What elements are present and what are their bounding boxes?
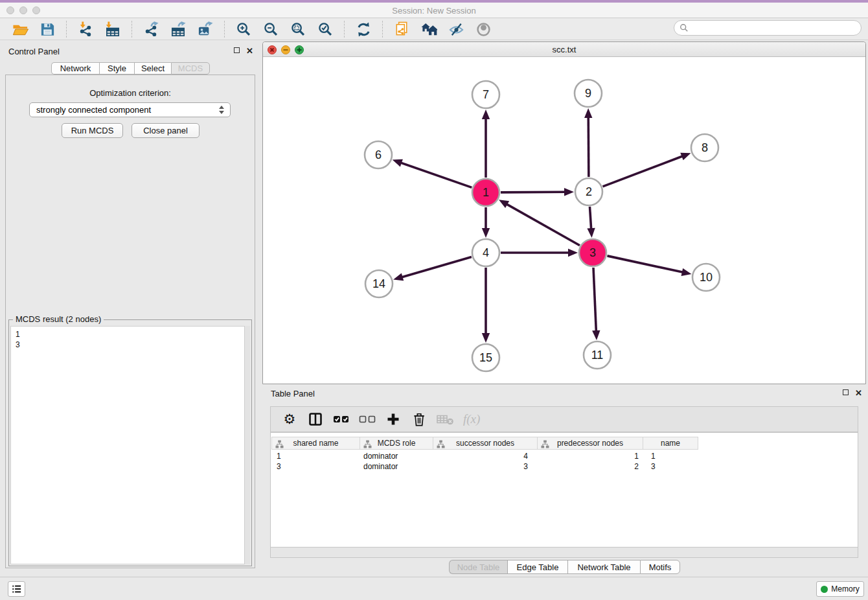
- graph-node-7[interactable]: 7: [472, 81, 499, 108]
- tab-edge-table[interactable]: Edge Table: [507, 560, 567, 574]
- graph-edge-4-3[interactable]: [501, 249, 578, 257]
- table-horizontal-scrollbar[interactable]: [270, 548, 858, 558]
- svg-text:8: 8: [702, 141, 708, 154]
- toolbar-separator: [382, 21, 383, 38]
- zoom-fit-icon[interactable]: [288, 20, 308, 38]
- graph-edge-1-6[interactable]: [393, 159, 472, 188]
- graph-edge-2-9[interactable]: [584, 108, 592, 177]
- graph-edge-1-7[interactable]: [482, 110, 490, 178]
- table-panel-float-icon[interactable]: [843, 389, 849, 395]
- table-toolbar: ⚙f(x): [270, 406, 858, 432]
- task-history-button[interactable]: [8, 581, 25, 597]
- control-panel-close-icon[interactable]: ✕: [246, 47, 253, 54]
- mcds-panel: Optimization criterion: strongly connect…: [5, 75, 255, 568]
- graph-node-2[interactable]: 2: [575, 178, 602, 205]
- import-table-icon[interactable]: [103, 20, 122, 38]
- mcds-result-group: MCDS result (2 nodes) 1 3: [8, 319, 252, 566]
- tab-select[interactable]: Select: [134, 62, 171, 75]
- memory-button[interactable]: Memory: [816, 581, 864, 597]
- graph-node-6[interactable]: 6: [365, 141, 392, 168]
- mcds-result-title: MCDS result (2 nodes): [13, 314, 104, 324]
- tab-network[interactable]: Network: [51, 62, 99, 75]
- hide-panels-icon[interactable]: [446, 20, 466, 38]
- column-header-predecessor-nodes[interactable]: predecessor nodes: [538, 437, 643, 450]
- save-session-icon[interactable]: [38, 20, 57, 38]
- zoom-in-icon[interactable]: [234, 20, 253, 38]
- graph-edge-2-8[interactable]: [603, 153, 691, 187]
- graph-node-8[interactable]: 8: [691, 134, 718, 161]
- graph-edge-3-10[interactable]: [607, 256, 691, 276]
- graph-node-1[interactable]: 1: [472, 179, 499, 206]
- graph-node-11[interactable]: 11: [584, 341, 611, 369]
- table-cell: 1: [538, 451, 643, 461]
- close-panel-button[interactable]: Close panel: [131, 123, 200, 138]
- table-panel-title: Table Panel: [271, 389, 315, 398]
- open-session-icon[interactable]: [10, 20, 30, 38]
- columns-icon[interactable]: [307, 410, 324, 428]
- graph-edge-4-14[interactable]: [393, 257, 472, 281]
- network-graph-canvas[interactable]: 7968124314101511: [263, 57, 865, 384]
- column-header-name[interactable]: name: [643, 437, 698, 450]
- node-table-rows: 1dominator4113dominator323: [271, 451, 698, 472]
- column-header-shared-name[interactable]: shared name: [271, 437, 360, 450]
- table-row[interactable]: 1dominator411: [271, 451, 698, 461]
- control-panel-float-icon[interactable]: [234, 47, 240, 53]
- graph-node-10[interactable]: 10: [692, 264, 720, 291]
- graph-edge-3-1[interactable]: [499, 200, 580, 245]
- network-document-icon[interactable]: [392, 20, 411, 38]
- delete-table-icon: [437, 410, 454, 428]
- column-header-successor-nodes[interactable]: successor nodes: [433, 437, 538, 450]
- graph-edge-1-2[interactable]: [501, 188, 574, 196]
- table-panel-close-icon[interactable]: ✕: [855, 389, 862, 397]
- svg-text:4: 4: [483, 246, 489, 259]
- optimization-criterion-select[interactable]: strongly connected component: [29, 102, 231, 117]
- settings-icon[interactable]: ⚙: [281, 410, 298, 428]
- add-column-icon[interactable]: [385, 410, 402, 428]
- delete-column-icon[interactable]: [411, 410, 428, 428]
- graph-node-4[interactable]: 4: [472, 239, 499, 266]
- mcds-result-textarea[interactable]: 1 3: [10, 326, 245, 564]
- table-cell: 1: [271, 451, 360, 461]
- graph-node-9[interactable]: 9: [575, 80, 602, 107]
- refresh-icon[interactable]: [354, 20, 373, 38]
- run-mcds-button[interactable]: Run MCDS: [62, 123, 123, 138]
- table-cell: 1: [643, 451, 698, 461]
- table-panel-tabs: Node TableEdge TableNetwork TableMotifs: [449, 560, 680, 574]
- search-box[interactable]: [674, 20, 862, 36]
- tab-motifs[interactable]: Motifs: [640, 560, 680, 574]
- zoom-out-icon[interactable]: [261, 20, 280, 38]
- column-header-MCDS-role[interactable]: MCDS role: [360, 437, 433, 450]
- mcds-result-scrollbar[interactable]: [244, 326, 250, 564]
- control-panel-tabs: NetworkStyleSelectMCDS: [51, 62, 210, 75]
- zoom-selected-icon[interactable]: [315, 20, 335, 38]
- tab-network-table[interactable]: Network Table: [567, 560, 640, 574]
- select-all-icon[interactable]: [333, 410, 350, 428]
- home-icon[interactable]: [419, 20, 439, 38]
- graph-edge-3-11[interactable]: [592, 268, 600, 340]
- graph-edge-2-3[interactable]: [587, 207, 595, 238]
- graph-edge-4-15[interactable]: [482, 268, 490, 343]
- graph-node-15[interactable]: 15: [472, 344, 499, 371]
- network-window-title: scc.txt: [263, 45, 865, 54]
- graph-node-14[interactable]: 14: [365, 270, 393, 297]
- toolbar-separator: [131, 21, 132, 38]
- export-table-icon[interactable]: [168, 20, 188, 38]
- table-row[interactable]: 3dominator323: [271, 461, 698, 472]
- graph-edge-1-4[interactable]: [482, 207, 490, 238]
- import-network-icon[interactable]: [76, 20, 95, 38]
- search-input[interactable]: [689, 21, 861, 34]
- memory-status-icon: [821, 586, 828, 593]
- tab-style[interactable]: Style: [99, 62, 134, 75]
- export-network-icon[interactable]: [141, 20, 161, 38]
- deselect-all-icon[interactable]: [359, 410, 376, 428]
- show-panels-icon[interactable]: [474, 20, 493, 38]
- tab-mcds[interactable]: MCDS: [171, 62, 210, 75]
- tab-node-table[interactable]: Node Table: [449, 560, 507, 574]
- optimization-criterion-value: strongly connected component: [36, 105, 151, 115]
- export-image-icon[interactable]: [196, 20, 215, 38]
- svg-text:10: 10: [700, 271, 713, 284]
- svg-text:1: 1: [483, 186, 489, 199]
- table-panel: Table Panel ✕ ⚙f(x) shared nameMCDS role…: [262, 384, 866, 575]
- svg-text:14: 14: [372, 277, 385, 290]
- graph-node-3[interactable]: 3: [579, 239, 606, 266]
